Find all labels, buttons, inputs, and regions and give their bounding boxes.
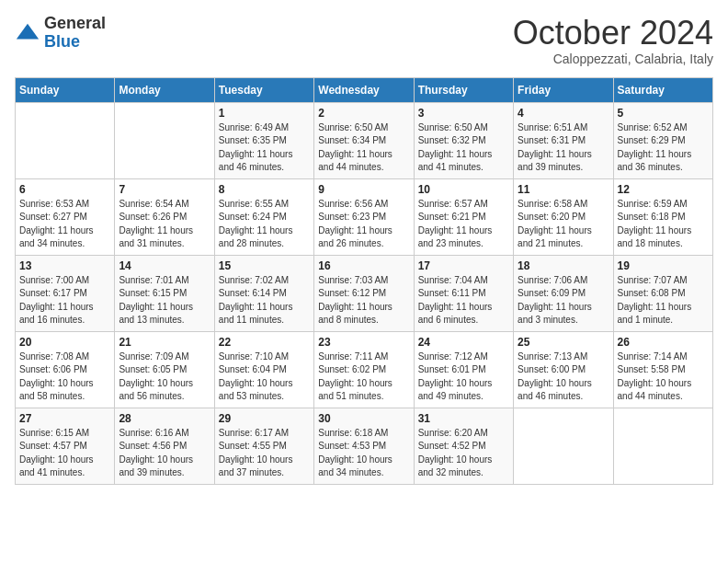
week-row-4: 20Sunrise: 7:08 AMSunset: 6:06 PMDayligh… bbox=[16, 331, 713, 408]
sunrise-text: Sunrise: 7:09 AM bbox=[119, 350, 210, 364]
day-info: Sunrise: 7:12 AMSunset: 6:01 PMDaylight:… bbox=[418, 350, 509, 404]
sunset-text: Sunset: 6:11 PM bbox=[418, 287, 509, 301]
sunset-text: Sunset: 6:01 PM bbox=[418, 363, 509, 377]
sunset-text: Sunset: 6:20 PM bbox=[518, 211, 609, 224]
sunset-text: Sunset: 6:31 PM bbox=[518, 134, 609, 148]
day-info: Sunrise: 6:58 AMSunset: 6:20 PMDaylight:… bbox=[518, 198, 609, 251]
daylight-text: Daylight: 11 hours and 41 minutes. bbox=[418, 148, 509, 175]
day-header-friday: Friday bbox=[514, 77, 613, 102]
daylight-text: Daylight: 10 hours and 44 minutes. bbox=[618, 377, 709, 404]
sunset-text: Sunset: 5:58 PM bbox=[618, 363, 709, 377]
day-cell bbox=[16, 102, 115, 178]
sunset-text: Sunset: 6:18 PM bbox=[618, 211, 709, 224]
day-number: 4 bbox=[518, 107, 609, 120]
svg-marker-0 bbox=[17, 24, 39, 40]
day-header-tuesday: Tuesday bbox=[214, 77, 313, 102]
day-number: 30 bbox=[318, 412, 409, 425]
day-info: Sunrise: 6:20 AMSunset: 4:52 PMDaylight:… bbox=[418, 427, 509, 480]
day-info: Sunrise: 7:04 AMSunset: 6:11 PMDaylight:… bbox=[418, 274, 509, 327]
day-cell: 25Sunrise: 7:13 AMSunset: 6:00 PMDayligh… bbox=[514, 331, 613, 408]
day-cell: 1Sunrise: 6:49 AMSunset: 6:35 PMDaylight… bbox=[214, 102, 313, 178]
day-info: Sunrise: 7:01 AMSunset: 6:15 PMDaylight:… bbox=[119, 274, 210, 327]
day-info: Sunrise: 6:18 AMSunset: 4:53 PMDaylight:… bbox=[318, 427, 409, 480]
week-row-2: 6Sunrise: 6:53 AMSunset: 6:27 PMDaylight… bbox=[16, 178, 713, 255]
daylight-text: Daylight: 11 hours and 1 minute. bbox=[618, 301, 709, 327]
location-subtitle: Caloppezzati, Calabria, Italy bbox=[513, 52, 713, 66]
daylight-text: Daylight: 10 hours and 34 minutes. bbox=[318, 454, 409, 480]
sunrise-text: Sunrise: 6:20 AM bbox=[418, 427, 509, 441]
day-cell: 5Sunrise: 6:52 AMSunset: 6:29 PMDaylight… bbox=[613, 102, 712, 178]
day-cell: 17Sunrise: 7:04 AMSunset: 6:11 PMDayligh… bbox=[414, 255, 513, 331]
week-row-5: 27Sunrise: 6:15 AMSunset: 4:57 PMDayligh… bbox=[16, 408, 713, 484]
day-cell: 9Sunrise: 6:56 AMSunset: 6:23 PMDaylight… bbox=[314, 178, 414, 255]
day-info: Sunrise: 7:00 AMSunset: 6:17 PMDaylight:… bbox=[19, 274, 110, 327]
daylight-text: Daylight: 11 hours and 13 minutes. bbox=[119, 301, 210, 327]
day-number: 8 bbox=[219, 183, 310, 196]
day-number: 27 bbox=[19, 412, 110, 425]
day-number: 1 bbox=[219, 107, 310, 120]
daylight-text: Daylight: 10 hours and 58 minutes. bbox=[19, 377, 110, 404]
daylight-text: Daylight: 10 hours and 37 minutes. bbox=[219, 454, 310, 480]
day-number: 26 bbox=[618, 336, 709, 349]
day-cell: 16Sunrise: 7:03 AMSunset: 6:12 PMDayligh… bbox=[314, 255, 414, 331]
days-header-row: SundayMondayTuesdayWednesdayThursdayFrid… bbox=[16, 77, 713, 102]
sunrise-text: Sunrise: 6:49 AM bbox=[219, 121, 310, 135]
sunrise-text: Sunrise: 6:54 AM bbox=[119, 198, 210, 212]
day-info: Sunrise: 7:03 AMSunset: 6:12 PMDaylight:… bbox=[318, 274, 409, 327]
daylight-text: Daylight: 11 hours and 6 minutes. bbox=[418, 301, 509, 327]
sunrise-text: Sunrise: 7:10 AM bbox=[219, 350, 310, 364]
day-info: Sunrise: 7:02 AMSunset: 6:14 PMDaylight:… bbox=[219, 274, 310, 327]
sunset-text: Sunset: 6:34 PM bbox=[318, 134, 409, 148]
sunrise-text: Sunrise: 6:58 AM bbox=[518, 198, 609, 212]
daylight-text: Daylight: 10 hours and 46 minutes. bbox=[518, 377, 609, 404]
day-cell bbox=[115, 102, 214, 178]
day-cell: 27Sunrise: 6:15 AMSunset: 4:57 PMDayligh… bbox=[16, 408, 115, 484]
sunrise-text: Sunrise: 6:52 AM bbox=[618, 121, 709, 135]
day-number: 25 bbox=[518, 336, 609, 349]
day-cell: 21Sunrise: 7:09 AMSunset: 6:05 PMDayligh… bbox=[115, 331, 214, 408]
sunrise-text: Sunrise: 7:04 AM bbox=[418, 274, 509, 288]
month-title: October 2024 bbox=[513, 15, 713, 52]
day-info: Sunrise: 6:15 AMSunset: 4:57 PMDaylight:… bbox=[19, 427, 110, 480]
sunrise-text: Sunrise: 7:08 AM bbox=[19, 350, 110, 364]
sunset-text: Sunset: 4:55 PM bbox=[219, 440, 310, 454]
week-row-1: 1Sunrise: 6:49 AMSunset: 6:35 PMDaylight… bbox=[16, 102, 713, 178]
day-header-sunday: Sunday bbox=[16, 77, 115, 102]
day-number: 2 bbox=[318, 107, 409, 120]
day-cell: 8Sunrise: 6:55 AMSunset: 6:24 PMDaylight… bbox=[214, 178, 313, 255]
day-cell: 29Sunrise: 6:17 AMSunset: 4:55 PMDayligh… bbox=[214, 408, 313, 484]
sunset-text: Sunset: 6:24 PM bbox=[219, 211, 310, 224]
logo-general: General bbox=[44, 15, 106, 33]
day-number: 28 bbox=[119, 412, 210, 425]
day-cell: 13Sunrise: 7:00 AMSunset: 6:17 PMDayligh… bbox=[16, 255, 115, 331]
day-number: 29 bbox=[219, 412, 310, 425]
daylight-text: Daylight: 11 hours and 36 minutes. bbox=[618, 148, 709, 175]
sunrise-text: Sunrise: 6:50 AM bbox=[418, 121, 509, 135]
sunrise-text: Sunrise: 7:11 AM bbox=[318, 350, 409, 364]
day-number: 13 bbox=[19, 259, 110, 272]
page-header: General Blue October 2024 Caloppezzati, … bbox=[15, 15, 713, 66]
sunset-text: Sunset: 6:00 PM bbox=[518, 363, 609, 377]
day-cell: 31Sunrise: 6:20 AMSunset: 4:52 PMDayligh… bbox=[414, 408, 513, 484]
day-cell: 7Sunrise: 6:54 AMSunset: 6:26 PMDaylight… bbox=[115, 178, 214, 255]
sunrise-text: Sunrise: 7:12 AM bbox=[418, 350, 509, 364]
day-info: Sunrise: 7:07 AMSunset: 6:08 PMDaylight:… bbox=[618, 274, 709, 327]
logo-text: General Blue bbox=[44, 15, 106, 52]
sunset-text: Sunset: 6:12 PM bbox=[318, 287, 409, 301]
daylight-text: Daylight: 11 hours and 39 minutes. bbox=[518, 148, 609, 175]
day-cell: 15Sunrise: 7:02 AMSunset: 6:14 PMDayligh… bbox=[214, 255, 313, 331]
day-info: Sunrise: 6:50 AMSunset: 6:32 PMDaylight:… bbox=[418, 121, 509, 175]
sunset-text: Sunset: 6:14 PM bbox=[219, 287, 310, 301]
day-cell: 30Sunrise: 6:18 AMSunset: 4:53 PMDayligh… bbox=[314, 408, 414, 484]
day-number: 3 bbox=[418, 107, 509, 120]
day-cell: 2Sunrise: 6:50 AMSunset: 6:34 PMDaylight… bbox=[314, 102, 414, 178]
sunset-text: Sunset: 4:57 PM bbox=[19, 440, 110, 454]
logo-blue: Blue bbox=[44, 33, 106, 52]
day-number: 24 bbox=[418, 336, 509, 349]
day-info: Sunrise: 6:17 AMSunset: 4:55 PMDaylight:… bbox=[219, 427, 310, 480]
day-info: Sunrise: 7:09 AMSunset: 6:05 PMDaylight:… bbox=[119, 350, 210, 404]
sunrise-text: Sunrise: 7:13 AM bbox=[518, 350, 609, 364]
sunset-text: Sunset: 6:15 PM bbox=[119, 287, 210, 301]
sunrise-text: Sunrise: 7:14 AM bbox=[618, 350, 709, 364]
sunrise-text: Sunrise: 7:02 AM bbox=[219, 274, 310, 288]
